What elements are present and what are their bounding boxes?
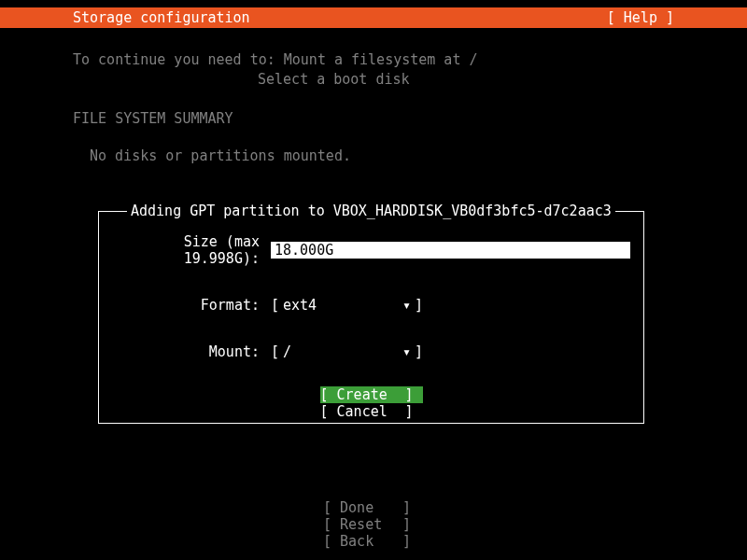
cancel-button[interactable]: [ Cancel ] [320, 403, 423, 420]
mount-row: Mount: [ / ▾ ] [112, 343, 630, 360]
format-row: Format: [ ext4 ▾ ] [112, 297, 630, 314]
content-area: To continue you need to: Mount a filesys… [0, 28, 747, 164]
bottom-buttons: [ Done ] [ Reset ] [ Back ] [0, 499, 747, 550]
continue-line2: Select a boot disk [73, 70, 674, 90]
no-disks-message: No disks or partitions mounted. [73, 147, 674, 164]
header-bar: Storage configuration [ Help ] [0, 7, 747, 28]
continue-line1: To continue you need to: Mount a filesys… [73, 50, 674, 70]
format-value: ext4 [283, 297, 402, 314]
chevron-down-icon: ▾ [402, 297, 411, 314]
size-input[interactable]: 18.000G [271, 242, 630, 259]
page-title: Storage configuration [73, 9, 250, 26]
create-button[interactable]: [ Create ] [320, 386, 423, 403]
format-label: Format: [112, 297, 271, 314]
partition-dialog: Adding GPT partition to VBOX_HARDDISK_VB… [98, 211, 644, 424]
help-button[interactable]: [ Help ] [607, 9, 674, 26]
size-label: Size (max 19.998G): [112, 233, 271, 267]
mount-select[interactable]: [ / ▾ ] [271, 343, 423, 360]
back-button[interactable]: [ Back ] [323, 533, 424, 550]
continue-message: To continue you need to: Mount a filesys… [73, 50, 674, 90]
done-button[interactable]: [ Done ] [323, 499, 424, 516]
format-select[interactable]: [ ext4 ▾ ] [271, 297, 423, 314]
dialog-title: Adding GPT partition to VBOX_HARDDISK_VB… [127, 203, 615, 219]
size-row: Size (max 19.998G): 18.000G [112, 233, 630, 267]
filesystem-summary-header: FILE SYSTEM SUMMARY [73, 110, 674, 127]
reset-button[interactable]: [ Reset ] [323, 516, 424, 533]
mount-value: / [283, 343, 402, 360]
mount-label: Mount: [112, 343, 271, 360]
chevron-down-icon: ▾ [402, 343, 411, 360]
